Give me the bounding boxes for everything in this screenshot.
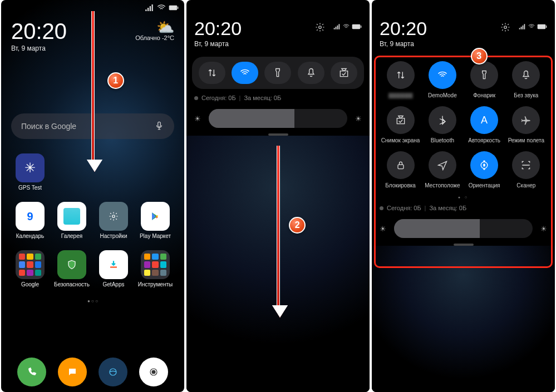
shade-date: Вт, 9 марта — [194, 40, 242, 48]
folder-tools[interactable]: Инструменты — [136, 250, 174, 287]
brightness-low-icon: ☀ — [377, 225, 388, 233]
status-bar — [1, 0, 184, 16]
status-bar — [186, 0, 370, 16]
app-gpstest[interactable]: ✳ GPS Test — [11, 153, 49, 191]
svg-point-6 — [152, 370, 155, 374]
shade-clock: 20:20 — [380, 19, 427, 38]
settings-icon[interactable] — [500, 19, 510, 34]
mic-icon[interactable] — [154, 121, 164, 132]
svg-rect-9 — [361, 26, 361, 28]
app-getapps[interactable]: GetApps — [95, 250, 132, 287]
svg-rect-1 — [178, 7, 178, 9]
phone-screen-home: 20:20 Вт, 9 марта ⛅ Облачно -2°C Поиск в… — [1, 0, 184, 392]
usage-today: Сегодня: 0Б — [201, 95, 236, 101]
battery-icon — [169, 3, 179, 13]
brightness-low-icon: ☀ — [192, 115, 203, 123]
app-gallery[interactable]: Галерея — [53, 202, 91, 239]
svg-rect-12 — [546, 26, 547, 28]
quick-settings-row — [192, 57, 364, 89]
battery-icon — [352, 22, 362, 32]
svg-rect-0 — [169, 6, 178, 10]
dock-browser[interactable] — [94, 358, 132, 386]
weather-widget[interactable]: ⛅ Облачно -2°C — [135, 20, 174, 41]
app-play-market[interactable]: Play Маркет — [136, 202, 174, 239]
app-security[interactable]: Безопасность — [53, 250, 91, 287]
signal-icon — [144, 3, 154, 13]
qs-silent[interactable]: Без звука — [505, 61, 547, 98]
dock — [1, 358, 184, 386]
google-search-bar[interactable]: Поиск в Google — [11, 113, 174, 139]
battery-icon — [537, 22, 547, 32]
usage-month: За месяц: 0Б — [244, 95, 281, 101]
qs-mobile-data[interactable]: ▓▓▓▓▓▓ — [380, 61, 421, 98]
qs-bluetooth[interactable]: Bluetooth — [421, 106, 463, 143]
phone-screen-shade-expanded: 20:20 Вт, 9 марта ▓▓▓▓▓▓ DemoMode — [372, 0, 555, 392]
home-clock: 20:20 — [11, 20, 67, 42]
svg-point-7 — [319, 26, 322, 29]
shade-clock: 20:20 — [194, 19, 242, 38]
brightness-high-icon: ☀ — [538, 225, 549, 233]
search-placeholder: Поиск в Google — [21, 122, 76, 131]
brightness-slider[interactable]: ☀ ☀ — [192, 109, 364, 128]
svg-point-3 — [112, 215, 115, 218]
qs-auto-brightness[interactable]: A Автояркость — [464, 106, 505, 143]
app-settings[interactable]: Настройки — [95, 202, 132, 239]
quick-settings-grid: ▓▓▓▓▓▓ DemoMode Фонарик Без звука Снимок… — [377, 57, 549, 193]
folder-google[interactable]: Google — [11, 250, 49, 287]
data-usage[interactable]: Сегодня: 0Б | За месяц: 0Б — [194, 95, 362, 101]
qs-wifi[interactable] — [232, 62, 258, 84]
svg-rect-11 — [538, 24, 546, 29]
wifi-icon — [156, 3, 166, 13]
svg-rect-13 — [398, 165, 404, 169]
qs-orientation[interactable]: Ориентация — [464, 151, 505, 188]
dock-messages[interactable] — [53, 358, 91, 386]
qs-screenshot[interactable] — [331, 62, 357, 84]
qs-flashlight[interactable] — [264, 62, 291, 84]
wifi-icon — [342, 22, 350, 32]
data-usage[interactable]: Сегодня: 0Б | За месяц: 0Б — [380, 205, 547, 211]
qs-page-indicator: ● ○ — [372, 195, 555, 199]
svg-point-10 — [504, 26, 507, 29]
cloud-icon: ⛅ — [156, 20, 174, 34]
page-indicator: ● ○ ○ — [8, 299, 178, 304]
qs-wifi[interactable]: DemoMode — [421, 61, 463, 98]
qs-lock[interactable]: Блокировка — [380, 151, 421, 188]
wifi-icon — [528, 22, 535, 32]
qs-airplane[interactable]: Режим полета — [505, 106, 547, 143]
weather-temp: -2°C — [162, 34, 174, 41]
qs-flashlight[interactable]: Фонарик — [464, 61, 505, 98]
dock-camera[interactable] — [135, 358, 173, 386]
svg-rect-15 — [483, 164, 485, 167]
weather-desc: Облачно — [135, 34, 160, 41]
qs-screenshot[interactable]: Снимок экрана — [380, 106, 421, 143]
svg-rect-2 — [158, 122, 161, 127]
phone-screen-shade-collapsed: 20:20 Вт, 9 марта Сегодня: 0Б | — [186, 0, 370, 392]
home-date: Вт, 9 марта — [11, 44, 67, 52]
signal-icon — [518, 22, 526, 32]
brightness-slider[interactable]: ☀ ☀ — [377, 219, 549, 238]
usage-month: За месяц: 0Б — [429, 205, 466, 211]
qs-mobile-data[interactable] — [199, 62, 225, 84]
usage-today: Сегодня: 0Б — [387, 205, 421, 211]
dock-phone[interactable] — [13, 358, 51, 386]
step-badge-1: 1 — [107, 72, 124, 89]
settings-icon[interactable] — [315, 19, 325, 34]
signal-icon — [333, 22, 341, 32]
qs-silent[interactable] — [298, 62, 324, 84]
status-bar — [372, 0, 555, 16]
app-calendar[interactable]: 9 Календарь — [11, 202, 49, 239]
shade-date: Вт, 9 марта — [380, 40, 427, 48]
brightness-high-icon: ☀ — [353, 115, 364, 123]
qs-scanner[interactable]: Сканер — [505, 151, 547, 188]
svg-rect-8 — [352, 24, 361, 29]
svg-point-4 — [110, 369, 116, 375]
qs-location[interactable]: Местоположе — [421, 151, 463, 188]
